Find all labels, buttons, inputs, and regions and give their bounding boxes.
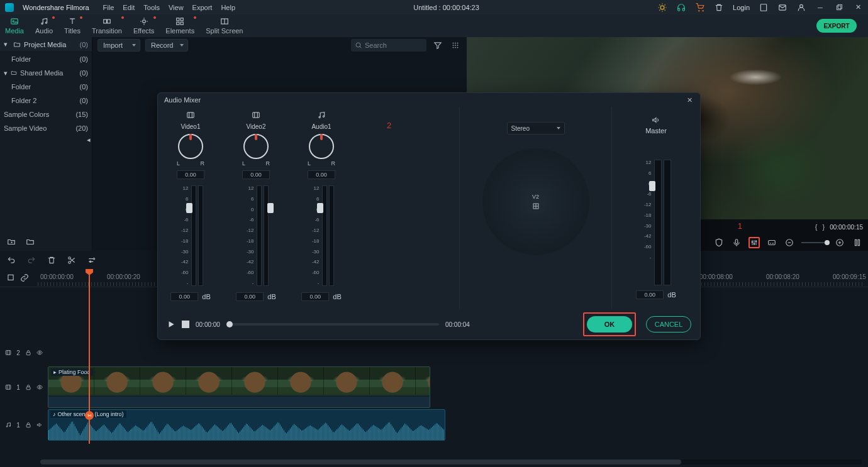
- trash-icon[interactable]: [714, 3, 724, 13]
- svg-point-34: [752, 241, 753, 243]
- fader[interactable]: [322, 185, 334, 286]
- tab-titles[interactable]: Titles: [64, 17, 81, 35]
- promo-icon[interactable]: [657, 3, 667, 13]
- audio-clip[interactable]: ♪Other scenery (Long intro): [48, 409, 445, 441]
- folder-icon[interactable]: [25, 238, 35, 246]
- sidebar-header[interactable]: ▾ Project Media (0): [0, 37, 92, 52]
- eye-icon[interactable]: [36, 348, 43, 357]
- playhead-handle-icon[interactable]: ✄: [85, 411, 94, 420]
- split-icon[interactable]: [67, 255, 77, 265]
- fader[interactable]: [191, 185, 203, 286]
- import-select[interactable]: Import: [97, 39, 140, 52]
- doc-title: Untitled : 00:00:04:23: [413, 4, 479, 11]
- pan-knob[interactable]: [309, 134, 334, 159]
- sidebar-item-shared[interactable]: ▾ Shared Media (0): [0, 66, 92, 80]
- pan-value[interactable]: 0.00: [308, 170, 335, 179]
- tab-audio[interactable]: Audio: [35, 17, 53, 35]
- stop-icon[interactable]: [182, 321, 189, 328]
- master-db-value[interactable]: 0.00: [636, 290, 664, 299]
- speaker-icon[interactable]: [36, 420, 43, 429]
- stereo-select[interactable]: Stereo: [507, 122, 565, 135]
- sidebar-item-sample-colors[interactable]: Sample Colors(15): [0, 107, 92, 121]
- close-icon[interactable]: ✕: [853, 3, 863, 13]
- menu-view[interactable]: View: [169, 4, 184, 11]
- sidebar-collapse-icon[interactable]: ◂: [0, 135, 92, 144]
- settings-icon[interactable]: [87, 255, 97, 265]
- pan-knob[interactable]: [178, 134, 203, 159]
- ok-button[interactable]: OK: [587, 316, 632, 332]
- close-icon[interactable]: ✕: [685, 96, 694, 104]
- pan-knob[interactable]: [243, 134, 269, 159]
- user-icon[interactable]: [796, 3, 806, 13]
- eye-icon[interactable]: [36, 383, 43, 392]
- grid-view-icon[interactable]: [449, 39, 462, 52]
- fit-icon[interactable]: [852, 237, 863, 248]
- pan-value[interactable]: 0.00: [177, 170, 204, 179]
- menu-help[interactable]: Help: [221, 4, 235, 11]
- timeline-scrollbar[interactable]: [40, 459, 862, 464]
- mic-icon[interactable]: [731, 237, 742, 248]
- audio-mixer-icon[interactable]: [748, 237, 760, 248]
- sidebar-item-sample-video[interactable]: Sample Video(20): [0, 121, 92, 135]
- login-link[interactable]: Login: [733, 4, 750, 11]
- record-select[interactable]: Record: [145, 39, 188, 52]
- maximize-icon[interactable]: [834, 3, 844, 13]
- subtitle-icon[interactable]: [766, 237, 777, 248]
- fader[interactable]: [257, 185, 269, 286]
- new-folder-icon[interactable]: [6, 238, 16, 246]
- play-icon[interactable]: [167, 320, 175, 329]
- lock-icon[interactable]: [25, 420, 31, 429]
- marker-icon[interactable]: [6, 273, 15, 282]
- sidebar-item-folder[interactable]: Folder(0): [0, 52, 92, 66]
- db-value[interactable]: 0.00: [301, 292, 329, 301]
- pan-value[interactable]: 0.00: [242, 170, 270, 179]
- menu-edit[interactable]: Edit: [123, 4, 135, 11]
- chevron-down-icon: ▾: [4, 40, 10, 48]
- redo-icon[interactable]: [26, 255, 36, 265]
- filter-icon[interactable]: [431, 39, 444, 52]
- sidebar-item-folder2[interactable]: Folder 2(0): [0, 94, 92, 107]
- export-button[interactable]: EXPORT: [816, 19, 857, 33]
- zoom-out-icon[interactable]: [784, 237, 795, 248]
- channel-name: Audio1: [311, 123, 331, 130]
- surround-circle[interactable]: V2: [482, 148, 589, 255]
- lock-icon[interactable]: [25, 383, 31, 392]
- svg-point-44: [93, 258, 94, 260]
- message-icon[interactable]: [777, 3, 787, 13]
- db-value[interactable]: 0.00: [170, 292, 198, 301]
- zoom-range[interactable]: [801, 242, 828, 243]
- video-clip[interactable]: ▸Plating Food: [48, 366, 430, 408]
- file-icon[interactable]: [759, 3, 769, 13]
- sidebar-item-folder[interactable]: Folder(0): [0, 80, 92, 94]
- mark-in-icon[interactable]: {: [815, 223, 818, 231]
- search-input[interactable]: Search: [351, 39, 426, 52]
- music-icon: [316, 111, 326, 119]
- menu-file[interactable]: File: [103, 4, 114, 11]
- tab-media[interactable]: Media: [5, 17, 24, 35]
- headphones-icon[interactable]: [676, 3, 686, 13]
- tab-transition[interactable]: Transition: [92, 17, 122, 35]
- cancel-button[interactable]: CANCEL: [646, 316, 691, 332]
- zoom-in-icon[interactable]: [834, 237, 845, 248]
- lock-icon[interactable]: [25, 348, 31, 357]
- link-icon[interactable]: [20, 273, 29, 282]
- shield-icon[interactable]: [713, 237, 725, 248]
- cart-icon[interactable]: [695, 3, 705, 13]
- menu-tools[interactable]: Tools: [143, 4, 160, 11]
- tab-effects[interactable]: Effects: [133, 17, 154, 35]
- tab-split-screen[interactable]: Split Screen: [206, 17, 243, 35]
- db-value[interactable]: 0.00: [236, 292, 264, 301]
- svg-rect-41: [858, 239, 859, 245]
- undo-icon[interactable]: [6, 255, 16, 265]
- menu-export[interactable]: Export: [192, 4, 213, 11]
- minimize-icon[interactable]: ─: [815, 3, 825, 13]
- playhead[interactable]: ✄: [89, 269, 90, 444]
- delete-icon[interactable]: [47, 255, 57, 265]
- track-blank: 2: [0, 340, 868, 365]
- tab-elements[interactable]: Elements: [165, 17, 194, 35]
- playback-progress[interactable]: [226, 323, 439, 326]
- svg-rect-55: [26, 425, 30, 427]
- svg-point-49: [39, 352, 41, 354]
- mark-out-icon[interactable]: }: [822, 223, 825, 231]
- master-fader[interactable]: [654, 160, 671, 285]
